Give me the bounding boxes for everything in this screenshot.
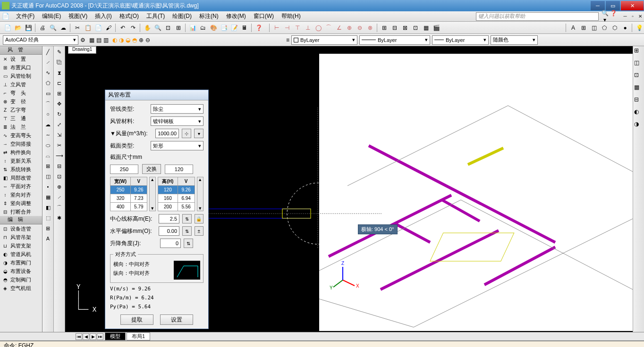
mystery-icon[interactable]: ❓ — [609, 10, 618, 23]
ellipse-icon[interactable]: ⬭ — [43, 140, 53, 150]
gradient-icon[interactable]: ◧ — [43, 203, 53, 212]
table-icon[interactable]: ⊞ — [43, 223, 53, 233]
zoom-icon[interactable]: 🔍 — [153, 23, 162, 33]
panel-tool-item[interactable]: ↕更新关系 — [0, 157, 42, 165]
panel-tool-item[interactable]: ↔平面对齐 — [0, 182, 42, 190]
move-icon[interactable]: ✥ — [55, 99, 64, 108]
panel-tool-item[interactable]: ⊓风管吊架 — [0, 233, 42, 241]
dim2-icon[interactable]: ⊣ — [282, 23, 292, 33]
panel-tool-item[interactable]: ⊡设备连管 — [0, 224, 42, 233]
panel-tool-item[interactable]: ⌐弯 头 — [0, 89, 42, 97]
3d2-icon[interactable]: ⬠ — [600, 23, 609, 33]
undo-button[interactable]: ↶ — [118, 23, 127, 33]
menu-item[interactable]: 标注(N) — [195, 13, 222, 19]
pan-icon[interactable]: ✋ — [143, 23, 152, 33]
properties-icon[interactable]: 📊 — [188, 23, 197, 33]
elev-input[interactable] — [159, 214, 179, 223]
dim-icon[interactable]: ⊢ — [272, 23, 281, 33]
panel-tool-item[interactable]: ⊥立风管 — [0, 80, 42, 89]
cut-button[interactable]: ✂ — [73, 23, 82, 33]
close-button[interactable]: ✕ — [621, 1, 644, 10]
layers-icon[interactable]: ▤ — [96, 37, 102, 43]
t4-icon[interactable]: ◓ — [132, 37, 137, 43]
drawing-tab[interactable]: Drawing1 — [68, 46, 96, 54]
panel-tool-item[interactable]: ⇅系统转换 — [0, 165, 42, 174]
menu-item[interactable]: 工具(T) — [143, 13, 169, 19]
dialog-title[interactable]: 风管布置 — [105, 90, 208, 100]
text-icon[interactable]: A — [568, 23, 578, 33]
menu-item[interactable]: 编辑(E) — [38, 13, 65, 19]
panel-tool-item[interactable]: ◐管道风机 — [0, 250, 42, 258]
panel-tool-item[interactable]: ∿变高弯头 — [0, 131, 42, 140]
break-icon[interactable]: ⊟ — [55, 161, 64, 171]
rt2-icon[interactable]: ◫ — [634, 59, 644, 69]
angle-spin[interactable]: ⇅ — [184, 239, 193, 248]
panel-tool-item[interactable]: ⇄构件换向 — [0, 148, 42, 157]
stretch-icon[interactable]: ⇲ — [55, 130, 64, 140]
panel-tool-item[interactable]: ≣法 兰 — [0, 123, 42, 131]
offset-input[interactable] — [159, 226, 179, 236]
region-icon[interactable]: ⬚ — [43, 213, 53, 223]
t5-icon[interactable]: ⊕ — [139, 37, 144, 43]
quickcalc-icon[interactable]: 🖩 — [240, 23, 249, 33]
panel-tool-item[interactable]: ⊔风管支架 — [0, 241, 42, 250]
plotstyle-dropdown[interactable]: 随颜色▾ — [491, 35, 538, 45]
copy2-icon[interactable]: ⿻ — [55, 58, 64, 67]
scale-icon[interactable]: ⤢ — [55, 120, 64, 129]
copy-button[interactable]: 📋 — [83, 23, 93, 33]
rt1-icon[interactable]: ⊞ — [634, 47, 644, 57]
search-icon[interactable]: 🔍▾ — [601, 10, 609, 23]
spline-icon[interactable]: ∼ — [43, 130, 53, 140]
workspace-save-icon[interactable]: ⚙ — [80, 37, 85, 43]
zoom-window-icon[interactable]: ⊡ — [163, 23, 173, 33]
menu-item[interactable]: 插入(I) — [91, 13, 115, 19]
rt4-icon[interactable]: ▦ — [634, 84, 644, 93]
print-button[interactable]: 🖨 — [38, 23, 47, 33]
block-icon[interactable]: ◫ — [43, 172, 53, 181]
markup-icon[interactable]: 📝 — [229, 23, 239, 33]
erase-icon[interactable]: ✎ — [55, 47, 64, 57]
dim9-icon[interactable]: ⊖ — [355, 23, 364, 33]
tab-first-button[interactable]: ⏮ — [76, 333, 82, 340]
sheet-set-icon[interactable]: 📑 — [219, 23, 229, 33]
tab-model[interactable]: 模型 — [105, 332, 126, 340]
menu-item[interactable]: 帮助(H) — [278, 13, 305, 19]
panel-tool-item[interactable]: ⊗变 径 — [0, 97, 42, 106]
panel-tool-item[interactable]: ◈空气机组 — [0, 284, 42, 292]
t6-icon[interactable]: ⊖ — [145, 37, 150, 43]
point-icon[interactable]: • — [43, 182, 53, 191]
pline-icon[interactable]: ∿ — [43, 68, 53, 77]
width-table[interactable]: 宽(W)V 2509.26 3207.23 4005.79 — [110, 177, 147, 211]
zoom-prev-icon[interactable]: ⊞ — [174, 23, 183, 33]
linetype-dropdown[interactable]: ByLayer▾ — [359, 35, 430, 45]
light-icon[interactable]: 💡 — [635, 23, 644, 33]
rt7-icon[interactable]: ◑ — [634, 121, 644, 130]
save-button[interactable]: 💾 — [24, 23, 33, 33]
offset-spin[interactable]: ⇅ — [182, 226, 191, 236]
arc-icon[interactable]: ⌒ — [43, 99, 53, 108]
maximize-button[interactable]: ▭ — [606, 1, 620, 10]
offset-icon[interactable]: ⊏ — [55, 78, 64, 88]
t2-icon[interactable]: ◑ — [119, 37, 124, 43]
match-button[interactable]: 🖌 — [104, 23, 113, 33]
redo-button[interactable]: ↷ — [128, 23, 138, 33]
tab-next-button[interactable]: ▶ — [90, 333, 96, 340]
panel-tool-item[interactable]: ▭风管绘制 — [0, 72, 42, 80]
flow-input[interactable] — [155, 129, 179, 138]
menu-item[interactable]: 绘图(D) — [169, 13, 195, 19]
extend-icon[interactable]: ⟶ — [55, 151, 64, 160]
dim7-icon[interactable]: ∠ — [334, 23, 344, 33]
chamfer-icon[interactable]: ⟋ — [55, 192, 64, 202]
rt6-icon[interactable]: ◐ — [634, 108, 644, 118]
ucs2-icon[interactable]: ⊟ — [390, 23, 399, 33]
flow-dropdown-button[interactable]: ▾ — [194, 129, 203, 138]
extract-button[interactable]: 提取 — [120, 314, 153, 325]
publish-icon[interactable]: ☁ — [59, 23, 68, 33]
mdi-restore-button[interactable]: ▫ — [629, 14, 636, 19]
help-search-input[interactable]: 键入问题以获取帮助 — [476, 12, 599, 21]
menu-item[interactable]: 文件(F) — [12, 13, 38, 19]
command-area[interactable]: 命令: FGHZ 请输入管线终点[宽(直径)(W)/高(H)/标高(E)/弧管(… — [0, 340, 644, 347]
pipe-type-dropdown[interactable]: 除尘▾ — [151, 104, 203, 114]
tool-palette-icon[interactable]: 🎨 — [209, 23, 218, 33]
width-input[interactable] — [110, 165, 138, 174]
